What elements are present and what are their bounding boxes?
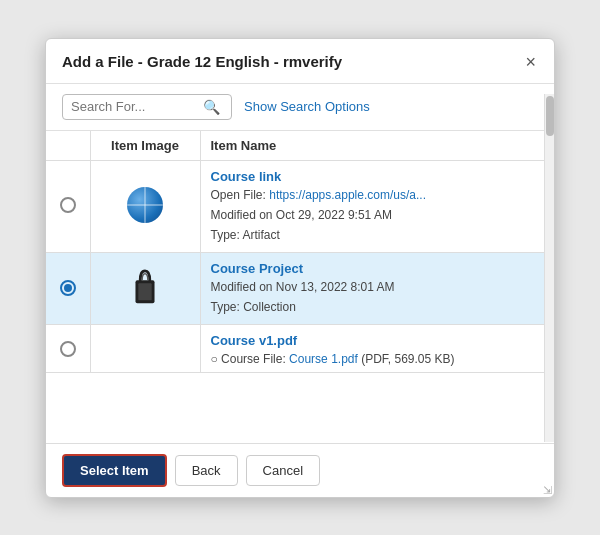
search-box[interactable]: 🔍 (62, 94, 232, 120)
table-row[interactable]: Course Project Modified on Nov 13, 2022 … (46, 252, 544, 324)
item-meta-3a: ○ Course File: Course 1.pdf (PDF, 569.05… (211, 350, 535, 368)
back-button[interactable]: Back (175, 455, 238, 486)
image-cell-item1 (90, 160, 200, 252)
table-row[interactable]: Course v1.pdf ○ Course File: Course 1.pd… (46, 324, 544, 372)
item-meta-2b: Type: Collection (211, 298, 535, 316)
item-meta-1a: Open File: https://apps.apple.com/us/a..… (211, 186, 535, 204)
radio-button-item1[interactable] (60, 197, 76, 213)
item-title-3[interactable]: Course v1.pdf (211, 333, 535, 348)
col-radio (46, 131, 90, 161)
svg-rect-1 (138, 283, 151, 300)
close-button[interactable]: × (523, 53, 538, 71)
image-cell-item2 (90, 252, 200, 324)
radio-cell[interactable] (46, 252, 90, 324)
item-title-1[interactable]: Course link (211, 169, 535, 184)
modal-title: Add a File - Grade 12 English - rmverify (62, 53, 342, 70)
name-cell-item2: Course Project Modified on Nov 13, 2022 … (200, 252, 544, 324)
overlay: Add a File - Grade 12 English - rmverify… (0, 0, 600, 535)
table-area: Item Image Item Name Course (46, 131, 544, 443)
scrollbar[interactable] (544, 94, 554, 442)
scrollbar-thumb[interactable] (546, 96, 554, 136)
items-table: Item Image Item Name Course (46, 131, 544, 373)
modal-header: Add a File - Grade 12 English - rmverify… (46, 39, 554, 84)
globe-icon (127, 187, 163, 223)
item-link-3[interactable]: Course 1.pdf (289, 352, 358, 366)
show-search-options-link[interactable]: Show Search Options (244, 99, 370, 114)
table-row[interactable]: Course link Open File: https://apps.appl… (46, 160, 544, 252)
resize-handle[interactable] (540, 483, 554, 497)
name-cell-item3: Course v1.pdf ○ Course File: Course 1.pd… (200, 324, 544, 372)
item-title-2[interactable]: Course Project (211, 261, 535, 276)
clip-icon (129, 267, 161, 307)
image-cell-item3 (90, 324, 200, 372)
search-row: 🔍 Show Search Options (46, 84, 554, 131)
modal-dialog: Add a File - Grade 12 English - rmverify… (45, 38, 555, 498)
search-input[interactable] (71, 99, 201, 114)
search-icon: 🔍 (203, 99, 220, 115)
item-link-1[interactable]: https://apps.apple.com/us/a... (269, 188, 426, 202)
item-meta-1c: Type: Artifact (211, 226, 535, 244)
item-meta-2a: Modified on Nov 13, 2022 8:01 AM (211, 278, 535, 296)
col-image-header: Item Image (90, 131, 200, 161)
cancel-button[interactable]: Cancel (246, 455, 320, 486)
radio-cell[interactable] (46, 160, 90, 252)
radio-cell[interactable] (46, 324, 90, 372)
modal-footer: Select Item Back Cancel (46, 443, 554, 497)
select-item-button[interactable]: Select Item (62, 454, 167, 487)
radio-button-item3[interactable] (60, 341, 76, 357)
table-header-row: Item Image Item Name (46, 131, 544, 161)
name-cell-item1: Course link Open File: https://apps.appl… (200, 160, 544, 252)
col-name-header: Item Name (200, 131, 544, 161)
radio-button-item2[interactable] (60, 280, 76, 296)
item-meta-1b: Modified on Oct 29, 2022 9:51 AM (211, 206, 535, 224)
